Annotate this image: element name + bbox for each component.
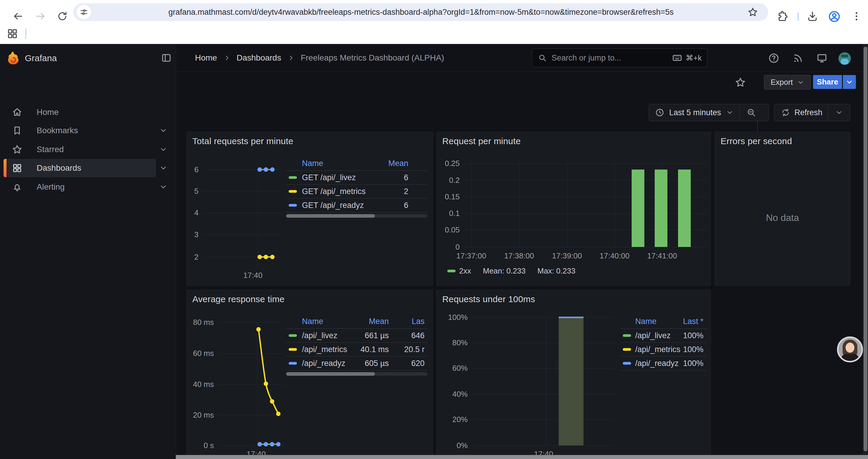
series-color-pill	[289, 190, 297, 193]
share-menu-button[interactable]	[843, 75, 856, 89]
legend-row[interactable]: GET /api/_metrics 2	[286, 184, 428, 198]
export-button[interactable]: Export	[764, 75, 811, 90]
breadcrumb-home[interactable]: Home	[195, 53, 217, 63]
chevron-right-icon	[288, 55, 294, 61]
forward-icon[interactable]	[35, 11, 46, 22]
url-text[interactable]: grafana.mathmast.com/d/deytv4rwavabkb/fr…	[168, 3, 674, 21]
series-color-pill	[623, 348, 631, 351]
gridline	[464, 247, 706, 247]
breadcrumb-page: Freeleaps Metrics Dashboard (ALPHA)	[301, 53, 444, 63]
sidebar-item-bookmarks[interactable]: Bookmarks	[0, 122, 176, 139]
x-tick: 17:40:00	[599, 251, 629, 261]
horizontal-scrollbar[interactable]	[176, 455, 868, 459]
gridline	[471, 163, 471, 247]
legend-series-label: 2xx	[459, 266, 471, 275]
export-label: Export	[771, 78, 793, 87]
legend-col-name[interactable]: Name	[302, 317, 323, 326]
bar-2xx	[655, 169, 668, 247]
legend-row[interactable]: GET /api/_readyz 6	[286, 198, 428, 212]
y-tick: 0	[437, 242, 460, 252]
gridline	[472, 317, 614, 318]
y-tick: 2	[187, 253, 198, 262]
share-button[interactable]: Share	[813, 75, 842, 89]
legend-table: Name Mean GET /api/_livez 6 GET /api/_me…	[286, 157, 428, 216]
chevron-down-icon[interactable]	[835, 109, 843, 117]
y-tick: 0.15	[437, 192, 460, 201]
site-settings-icon[interactable]	[77, 5, 91, 19]
legend-row[interactable]: /api/_readyz 605 µs 620	[286, 356, 428, 370]
legend-item-2xx[interactable]: 2xx Mean: 0.233 Max: 0.233	[447, 266, 576, 275]
y-tick: 100%	[437, 313, 468, 322]
bookmark-star-icon[interactable]	[747, 7, 758, 18]
bell-icon	[12, 182, 23, 192]
series-color-pill	[289, 334, 297, 337]
time-range-picker[interactable]: Last 5 minutes	[649, 104, 769, 121]
legend-row[interactable]: /api/_livez 100%	[621, 328, 706, 342]
data-point	[264, 255, 268, 259]
chevron-down-icon	[797, 79, 804, 86]
brand-label[interactable]: Grafana	[25, 53, 57, 63]
toolbar-divider	[798, 12, 799, 21]
legend-col-name[interactable]: Name	[302, 159, 323, 168]
legend-col-mean[interactable]: Mean	[369, 317, 389, 326]
bar-top-cap	[559, 317, 584, 318]
news-rss-icon[interactable]	[793, 53, 804, 64]
legend-row[interactable]: /api/_metrics 40.1 ms 20.5 r	[286, 342, 428, 357]
user-avatar[interactable]	[838, 52, 851, 65]
search-input[interactable]: Search or jump to... ⌘+k	[532, 48, 707, 67]
star-icon	[12, 144, 23, 155]
legend-row[interactable]: /api/_readyz 100%	[621, 356, 706, 370]
download-icon[interactable]	[807, 11, 818, 23]
legend-row[interactable]: GET /api/_livez 6	[286, 170, 428, 185]
back-icon[interactable]	[12, 11, 24, 22]
series-line-livez	[260, 444, 278, 445]
legend-scrollbar-thumb[interactable]	[286, 214, 375, 218]
sidebar-item-starred[interactable]: Starred	[0, 140, 176, 158]
legend-mean-label: Mean: 0.233	[483, 266, 526, 275]
x-tick: 17:38:00	[504, 251, 534, 261]
refresh-button[interactable]: Refresh	[774, 104, 850, 121]
chevron-down-icon[interactable]	[159, 164, 167, 172]
legend-row[interactable]: /api/_metrics 100%	[621, 342, 706, 357]
legend-col-name[interactable]: Name	[635, 317, 656, 326]
legend-col-last[interactable]: Las	[411, 317, 425, 326]
url-bar[interactable]: grafana.mathmast.com/d/deytv4rwavabkb/fr…	[73, 3, 768, 21]
sidebar-item-alerting[interactable]: Alerting	[0, 178, 176, 196]
vertical-scrollbar-thumb[interactable]	[864, 47, 867, 451]
kiosk-monitor-icon[interactable]	[816, 53, 828, 64]
zoom-out-icon[interactable]	[746, 107, 756, 118]
breadcrumb-dashboards[interactable]: Dashboards	[237, 53, 281, 63]
home-icon	[12, 107, 23, 118]
profile-icon[interactable]	[828, 10, 841, 23]
gridline	[464, 180, 706, 181]
chevron-down-icon[interactable]	[159, 126, 167, 135]
panel-title[interactable]: Requests under 100ms	[442, 294, 535, 304]
sidebar-item-home[interactable]: Home	[0, 103, 176, 121]
legend-col-last[interactable]: Last *	[683, 317, 704, 326]
chevron-down-icon[interactable]	[159, 183, 167, 191]
panel-requests-under-100ms: Requests under 100ms 100% 80% 60% 40% 20…	[436, 290, 711, 459]
sidebar-item-dashboards[interactable]: Dashboards	[0, 159, 176, 177]
menu-kebab-icon[interactable]	[851, 11, 862, 22]
no-data-label: No data	[715, 212, 850, 223]
reload-icon[interactable]	[57, 11, 68, 22]
apps-grid-icon[interactable]	[6, 28, 18, 40]
legend-col-mean[interactable]: Mean	[388, 159, 408, 168]
panel-title[interactable]: Total requests per minute	[192, 136, 293, 146]
y-tick: 3	[187, 230, 198, 239]
extensions-icon[interactable]	[776, 11, 788, 23]
search-shortcut: ⌘+k	[686, 54, 702, 63]
refresh-divider	[828, 104, 828, 121]
help-icon[interactable]	[768, 53, 779, 64]
chevron-down-icon[interactable]	[159, 145, 167, 154]
data-point	[264, 442, 268, 447]
legend-row[interactable]: /api/_livez 661 µs 646	[286, 328, 428, 342]
panel-title[interactable]: Errors per second	[720, 136, 792, 146]
dock-sidebar-icon[interactable]	[161, 53, 172, 63]
grafana-logo[interactable]	[6, 52, 20, 65]
assistant-avatar-widget[interactable]	[837, 336, 863, 362]
favorite-star-icon[interactable]	[735, 77, 746, 88]
legend-scrollbar-thumb[interactable]	[286, 372, 375, 376]
panel-title[interactable]: Request per minute	[442, 136, 521, 146]
series-color-pill	[447, 270, 456, 272]
